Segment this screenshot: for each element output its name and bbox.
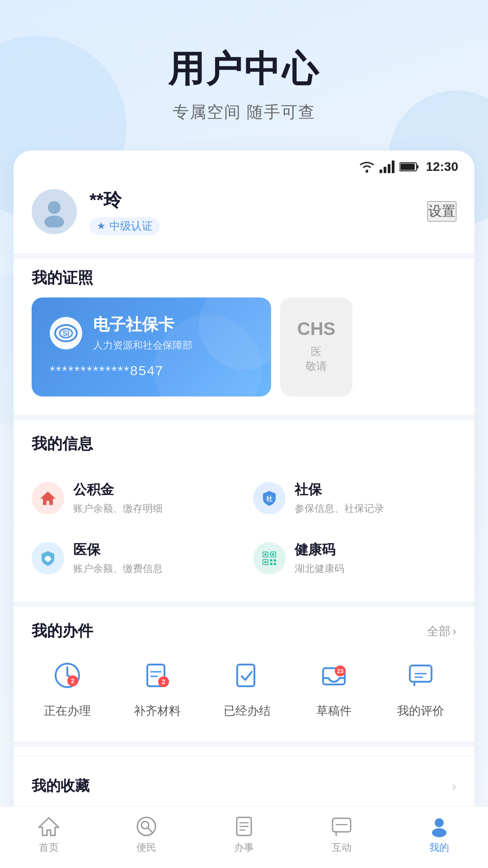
cert-star-icon: ★ — [97, 220, 106, 232]
affair-review-label: 我的评价 — [397, 703, 444, 719]
status-time: 12:30 — [426, 160, 458, 174]
settings-button[interactable]: 设置 — [427, 201, 456, 222]
affair-draft-label: 草稿件 — [316, 703, 352, 719]
user-info: **玲 ★ 中级认证 — [89, 188, 427, 235]
nav-item-mine[interactable]: 我的 — [403, 816, 475, 854]
gjj-icon-wrap — [32, 482, 64, 514]
search-circle-nav-icon — [136, 816, 157, 837]
favorites-chevron-icon: › — [452, 778, 456, 794]
home-icon — [39, 490, 56, 507]
info-grid: 公积金 账户余额、缴存明细 社 社保 参保信息、社保记录 — [14, 463, 474, 593]
medical-card-text: 医 — [311, 344, 322, 359]
affair-item-review[interactable]: 我的评价 — [397, 655, 444, 719]
card-name: 电子社保卡 — [93, 314, 192, 336]
yibao-name: 医保 — [73, 541, 163, 559]
svg-rect-28 — [270, 563, 272, 565]
info-item-yibao[interactable]: 医保 账户余额、缴费信息 — [23, 528, 244, 588]
affair-item-draft[interactable]: 23 草稿件 — [314, 655, 354, 719]
shield-icon: 社 — [261, 490, 278, 507]
view-all-label: 全部 — [427, 623, 450, 639]
certificates-title: 我的证照 — [14, 268, 474, 288]
affair-item-completed[interactable]: 已经办结 — [224, 655, 271, 719]
main-card: 12:30 **玲 ★ 中级认证 设置 我的证照 — [14, 151, 474, 868]
affair-item-supplement[interactable]: 2 补齐材料 — [134, 655, 181, 719]
person-nav-icon — [428, 816, 450, 837]
svg-rect-22 — [272, 553, 274, 556]
nav-home-label: 首页 — [39, 841, 59, 854]
affair-supplement-label: 补齐材料 — [134, 703, 181, 719]
svg-point-48 — [137, 817, 155, 835]
section-divider-3 — [14, 602, 474, 607]
shebao-icon-wrap: 社 — [253, 482, 286, 514]
svg-text:社: 社 — [266, 495, 273, 502]
affairs-header: 我的办件 全部 › — [14, 621, 474, 642]
chs-logo: CHS — [297, 319, 335, 339]
shebao-desc: 参保信息、社保记录 — [295, 502, 384, 515]
cert-badge: ★ 中级认证 — [89, 217, 160, 235]
section-divider-4 — [14, 741, 474, 747]
section-divider-2 — [14, 415, 474, 420]
avatar-icon — [38, 196, 70, 227]
nav-item-service[interactable]: 便民 — [110, 816, 183, 854]
affair-item-processing[interactable]: 2 正在办理 — [44, 655, 91, 719]
status-icons — [359, 160, 419, 173]
svg-rect-4 — [392, 160, 394, 173]
nav-item-home[interactable]: 首页 — [13, 816, 85, 854]
section-divider-1 — [14, 253, 474, 259]
jiankangma-text: 健康码 湖北健康码 — [295, 541, 344, 576]
card-top: SI 电子社保卡 人力资源和社会保障部 — [50, 314, 253, 352]
info-item-jiankangma[interactable]: 健康码 湖北健康码 — [244, 528, 465, 588]
medical-card[interactable]: CHS 医 敬请 — [280, 297, 352, 396]
processing-icon-wrap: 2 — [47, 655, 88, 696]
affairs-grid: 2 正在办理 2 补齐材料 — [14, 651, 474, 723]
svg-rect-27 — [274, 559, 276, 561]
info-item-shebao[interactable]: 社 社保 参保信息、社保记录 — [244, 468, 465, 528]
user-name: **玲 — [89, 188, 427, 212]
user-section: **玲 ★ 中级认证 设置 — [14, 179, 474, 249]
document-nav-icon — [233, 816, 255, 837]
svg-rect-16 — [45, 557, 51, 560]
nav-work-label: 办事 — [234, 841, 254, 854]
view-all-chevron-icon: › — [452, 624, 456, 638]
svg-rect-25 — [264, 561, 267, 563]
my-affairs-section: 我的办件 全部 › 2 正在办理 — [14, 612, 474, 737]
draft-icon-wrap: 23 — [314, 655, 354, 696]
gjj-name: 公积金 — [73, 481, 163, 499]
nav-item-work[interactable]: 办事 — [208, 816, 280, 854]
nav-item-interact[interactable]: 互动 — [305, 816, 378, 854]
svg-point-9 — [44, 216, 64, 227]
nav-mine-label: 我的 — [429, 841, 449, 854]
svg-rect-7 — [400, 164, 415, 170]
favorites-label: 我的收藏 — [32, 776, 89, 796]
yibao-text: 医保 账户余额、缴费信息 — [73, 541, 163, 576]
yibao-icon-wrap — [32, 542, 64, 575]
svg-rect-26 — [270, 559, 272, 561]
medical-icon — [39, 550, 56, 567]
social-security-card[interactable]: SI 电子社保卡 人力资源和社会保障部 *************8547 — [32, 297, 271, 396]
yibao-desc: 账户余额、缴费信息 — [73, 562, 163, 576]
jiankangma-name: 健康码 — [295, 541, 344, 559]
affairs-title: 我的办件 — [32, 621, 93, 642]
card-info: 电子社保卡 人力资源和社会保障部 — [93, 314, 192, 352]
status-bar: 12:30 — [14, 151, 474, 179]
inbox-icon: 23 — [320, 662, 347, 689]
wifi-icon — [359, 160, 375, 173]
signal-icon — [380, 160, 395, 173]
my-certificates-section: 我的证照 SI 电子社保卡 人力资源和社会保障部 — [14, 263, 474, 410]
nav-interact-label: 互动 — [332, 841, 352, 854]
svg-text:2: 2 — [71, 677, 75, 684]
shebao-text: 社保 参保信息、社保记录 — [295, 481, 384, 515]
view-all-button[interactable]: 全部 › — [427, 623, 456, 639]
svg-point-8 — [48, 201, 61, 214]
svg-line-50 — [148, 828, 152, 832]
gjj-desc: 账户余额、缴存明细 — [73, 502, 163, 515]
svg-point-57 — [435, 818, 444, 827]
gjj-text: 公积金 账户余额、缴存明细 — [73, 481, 163, 515]
svg-text:SI: SI — [62, 330, 69, 337]
svg-marker-13 — [40, 491, 56, 505]
bottom-nav: 首页 便民 办事 互动 我的 — [0, 806, 488, 868]
comment-box-nav-icon — [331, 816, 352, 837]
svg-rect-3 — [388, 164, 390, 173]
info-item-gjj[interactable]: 公积金 账户余额、缴存明细 — [23, 468, 244, 528]
page-subtitle: 专属空间 随手可查 — [18, 101, 470, 123]
